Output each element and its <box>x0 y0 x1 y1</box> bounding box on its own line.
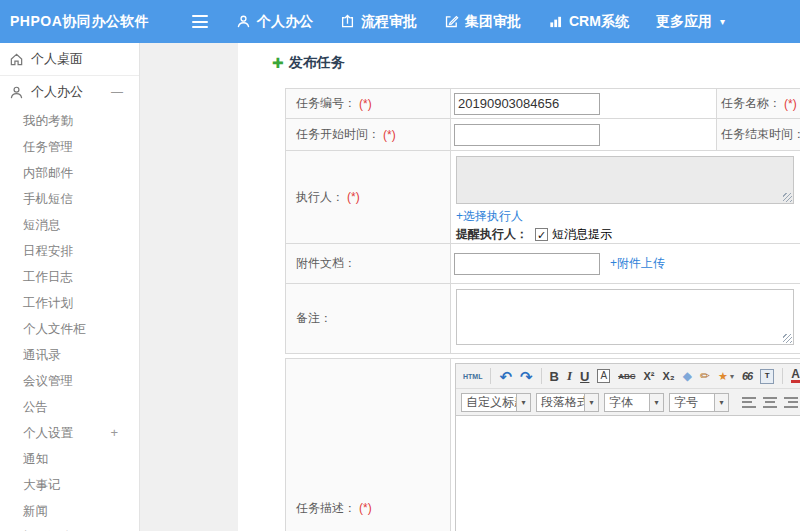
table-row: 备注： <box>286 284 800 353</box>
bold-button[interactable]: B <box>550 369 559 384</box>
blockquote-button[interactable]: 66 <box>742 370 752 382</box>
nav-personal-office[interactable]: 个人办公 <box>236 13 313 31</box>
align-center-button[interactable] <box>763 397 777 408</box>
sidebar-item-schedule[interactable]: 日程安排 <box>0 238 139 264</box>
rich-text-editor: HTML ↶ ↷ B I U A ABC X² X₂ ◆ ✏ ★ <box>455 363 800 531</box>
nav-group-approval[interactable]: 集团审批 <box>444 13 521 31</box>
undo-button[interactable]: ↶ <box>499 369 512 384</box>
start-time-input[interactable] <box>454 124 600 146</box>
task-number-input[interactable] <box>454 93 600 115</box>
sidebar-item-short-message[interactable]: 短消息 <box>0 212 139 238</box>
required-mark: (*) <box>359 501 372 515</box>
html-source-button[interactable]: HTML <box>463 373 482 380</box>
font-family-select[interactable]: 字体 ▾ <box>604 393 664 412</box>
menu-icon[interactable] <box>192 15 208 28</box>
top-navigation: 个人办公 流程审批 集团审批 CRM系统 更多应用 ▾ <box>236 0 725 43</box>
font-color-icon: A <box>791 369 800 383</box>
underline-button[interactable]: U <box>580 369 589 384</box>
upload-flow-icon <box>340 14 355 29</box>
font-color-button[interactable]: A ▾ <box>791 369 800 383</box>
custom-heading-select[interactable]: 自定义标题 ▾ <box>461 393 531 412</box>
home-icon <box>9 52 24 67</box>
resize-grip[interactable] <box>783 334 792 343</box>
executor-textarea[interactable] <box>456 156 794 204</box>
sidebar-item-mobile-sms[interactable]: 手机短信 <box>0 186 139 212</box>
main-panel: ✚ 发布任务 任务编号： (*) 任务名称： (*) 任务开始时间： (*) <box>238 43 800 531</box>
strikethrough-button[interactable]: ABC <box>618 372 635 381</box>
required-mark: (*) <box>383 128 396 142</box>
nav-crm-system[interactable]: CRM系统 <box>548 13 629 31</box>
paragraph-format-select[interactable]: 段落格式 ▾ <box>536 393 599 412</box>
toolbar-separator <box>490 368 491 384</box>
sidebar-item-news[interactable]: 新闻 <box>0 498 139 524</box>
caret-down-icon: ▾ <box>720 16 725 27</box>
font-style-button[interactable]: A <box>597 369 610 383</box>
executor-label: 执行人： <box>296 189 344 206</box>
user-icon <box>9 85 24 100</box>
task-description-label: 任务描述： <box>296 500 356 517</box>
sidebar: 个人桌面 个人办公 — 我的考勤 任务管理 内部邮件 手机短信 短消息 日程安排… <box>0 43 140 531</box>
sidebar-item-contacts[interactable]: 通讯录 <box>0 342 139 368</box>
sidebar-item-task-management[interactable]: 任务管理 <box>0 134 139 160</box>
sidebar-item-personal-office[interactable]: 个人办公 — <box>0 76 139 108</box>
nav-more-apps[interactable]: 更多应用 ▾ <box>656 13 725 31</box>
wand-icon: ★ <box>718 370 728 383</box>
sidebar-item-internal-mail[interactable]: 内部邮件 <box>0 160 139 186</box>
choose-executor-link[interactable]: +选择执行人 <box>456 209 523 223</box>
sms-checkbox-label: 短消息提示 <box>552 226 612 243</box>
attachment-upload-link[interactable]: +附件上传 <box>610 255 665 272</box>
format-brush-button[interactable]: ✏ <box>700 369 710 383</box>
superscript-button[interactable]: X² <box>643 370 654 382</box>
toolbar-separator <box>782 368 783 384</box>
sidebar-item-clipped[interactable]: 投票调查 <box>0 524 139 531</box>
align-left-button[interactable] <box>742 397 756 408</box>
table-row: 附件文档： +附件上传 <box>286 244 800 284</box>
task-name-label: 任务名称： <box>721 95 781 112</box>
start-time-label: 任务开始时间： <box>296 126 380 143</box>
sms-checkbox[interactable]: ✓ <box>535 228 548 241</box>
align-right-button[interactable] <box>784 397 798 408</box>
app-logo[interactable]: PHPOA协同办公软件 <box>10 0 149 43</box>
sidebar-submenu: 我的考勤 任务管理 内部邮件 手机短信 短消息 日程安排 工作日志 工作计划 个… <box>0 108 139 531</box>
paste-plain-button[interactable]: T <box>760 369 774 384</box>
editor-content-area[interactable] <box>456 416 800 531</box>
sidebar-item-personal-desktop[interactable]: 个人桌面 <box>0 43 139 76</box>
autoformat-button[interactable]: ★ ▾ <box>718 370 734 383</box>
editor-toolbar-row1: HTML ↶ ↷ B I U A ABC X² X₂ ◆ ✏ ★ <box>456 364 800 389</box>
sidebar-item-milestones[interactable]: 大事记 <box>0 472 139 498</box>
remind-executor-label: 提醒执行人： <box>456 226 528 243</box>
caret-down-icon: ▾ <box>516 394 530 411</box>
sidebar-item-attendance[interactable]: 我的考勤 <box>0 108 139 134</box>
clipboard-icon: T <box>760 369 774 384</box>
collapse-icon[interactable]: — <box>111 85 123 99</box>
task-number-label: 任务编号： <box>296 95 356 112</box>
caret-down-icon: ▾ <box>649 394 663 411</box>
expand-icon[interactable]: + <box>110 420 118 446</box>
sidebar-item-meeting-management[interactable]: 会议管理 <box>0 368 139 394</box>
remark-textarea[interactable] <box>456 289 794 345</box>
subscript-button[interactable]: X₂ <box>662 370 674 382</box>
resize-grip[interactable] <box>783 193 792 202</box>
sidebar-item-announcement[interactable]: 公告 <box>0 394 139 420</box>
caret-down-icon: ▾ <box>730 372 734 381</box>
sidebar-item-work-plan[interactable]: 工作计划 <box>0 290 139 316</box>
font-size-select[interactable]: 字号 ▾ <box>669 393 729 412</box>
topbar: PHPOA协同办公软件 个人办公 流程审批 集团审批 CRM系统 <box>0 0 800 43</box>
italic-button[interactable]: I <box>567 368 572 384</box>
redo-button[interactable]: ↷ <box>520 369 533 384</box>
editor-toolbar-row2: 自定义标题 ▾ 段落格式 ▾ 字体 ▾ 字号 ▾ <box>456 389 800 416</box>
attachment-input[interactable] <box>454 253 600 275</box>
task-form-table: 任务编号： (*) 任务名称： (*) 任务开始时间： (*) 任务结束时间： … <box>285 88 800 354</box>
description-table: 任务描述： (*) HTML ↶ ↷ B I U A ABC X² X₂ <box>285 358 800 531</box>
eraser-button[interactable]: ◆ <box>683 369 692 383</box>
table-row: 任务编号： (*) 任务名称： (*) <box>286 89 800 119</box>
sidebar-item-notice[interactable]: 通知 <box>0 446 139 472</box>
bar-chart-icon <box>548 14 563 29</box>
nav-workflow-approval[interactable]: 流程审批 <box>340 13 417 31</box>
required-mark: (*) <box>784 97 797 111</box>
caret-down-icon: ▾ <box>714 394 728 411</box>
sidebar-item-file-cabinet[interactable]: 个人文件柜 <box>0 316 139 342</box>
sidebar-item-work-log[interactable]: 工作日志 <box>0 264 139 290</box>
required-mark: (*) <box>359 97 372 111</box>
sidebar-item-personal-settings[interactable]: 个人设置 + <box>0 420 139 446</box>
